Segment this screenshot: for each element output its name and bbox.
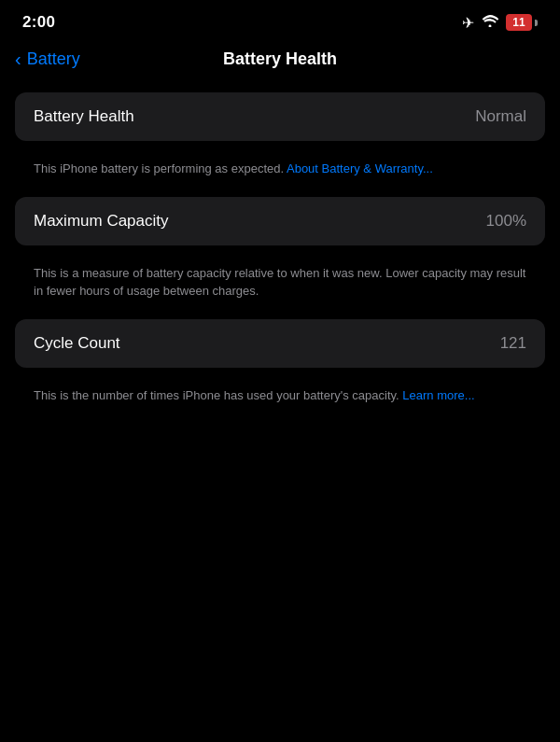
battery-health-row: Battery Health Normal [34, 107, 526, 126]
cycle-count-row: Cycle Count 121 [34, 334, 526, 353]
battery-level-indicator: 11 [506, 14, 532, 31]
learn-more-link[interactable]: Learn more... [402, 388, 474, 402]
cycle-count-label: Cycle Count [34, 334, 120, 353]
cycle-count-description: This is the number of times iPhone has u… [15, 375, 545, 420]
cycle-count-section: Cycle Count 121 This is the number of ti… [15, 319, 545, 420]
cycle-count-value: 121 [500, 334, 526, 353]
wifi-icon [482, 14, 498, 31]
battery-status-container: 11 [506, 14, 538, 31]
nav-bar: ‹ Battery Battery Health [0, 41, 560, 85]
content-area: Battery Health Normal This iPhone batter… [0, 85, 560, 419]
status-bar: 2:00 ✈ 11 [0, 0, 560, 41]
battery-health-description: This iPhone battery is performing as exp… [15, 148, 545, 193]
page-title: Battery Health [223, 49, 337, 69]
battery-health-section: Battery Health Normal This iPhone batter… [15, 92, 545, 193]
back-label: Battery [27, 49, 80, 69]
back-chevron-icon: ‹ [15, 49, 21, 70]
cycle-count-card: Cycle Count 121 [15, 319, 545, 368]
battery-tip [535, 20, 538, 26]
airplane-icon: ✈ [462, 14, 474, 32]
maximum-capacity-description: This is a measure of battery capacity re… [15, 253, 545, 315]
maximum-capacity-value: 100% [486, 212, 526, 231]
maximum-capacity-card: Maximum Capacity 100% [15, 197, 545, 245]
battery-warranty-link[interactable]: About Battery & Warranty... [287, 161, 433, 175]
battery-health-value: Normal [475, 107, 526, 126]
maximum-capacity-label: Maximum Capacity [34, 212, 169, 231]
back-button[interactable]: ‹ Battery [15, 49, 108, 70]
status-icons: ✈ 11 [462, 14, 538, 32]
maximum-capacity-row: Maximum Capacity 100% [34, 212, 526, 231]
maximum-capacity-section: Maximum Capacity 100% This is a measure … [15, 197, 545, 315]
battery-health-label: Battery Health [34, 107, 134, 126]
battery-health-card: Battery Health Normal [15, 92, 545, 141]
status-time: 2:00 [22, 13, 55, 32]
